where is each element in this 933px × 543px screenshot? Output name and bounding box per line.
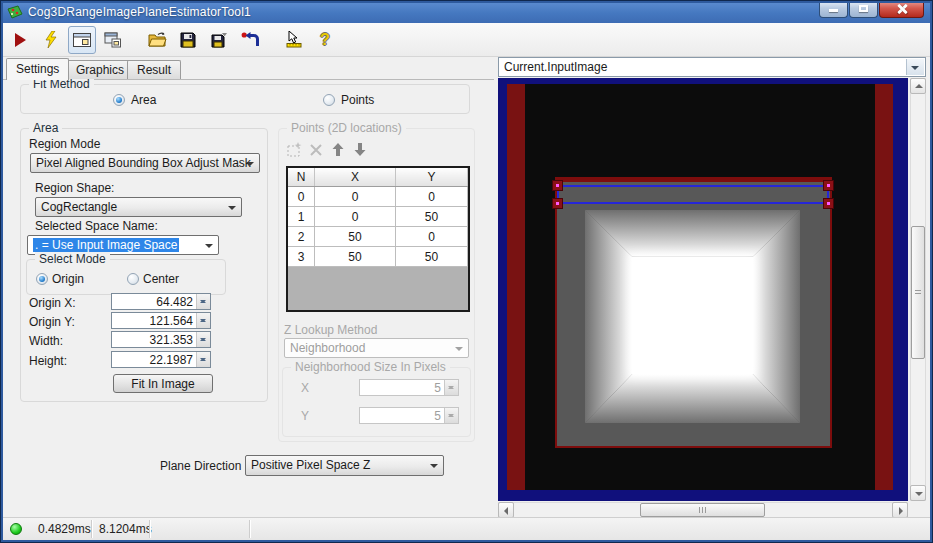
width-spinner[interactable]	[196, 332, 210, 347]
add-point-button[interactable]	[285, 141, 303, 159]
fit-method-points-radio[interactable]	[323, 94, 335, 106]
neighborhood-x-spinner[interactable]	[444, 380, 458, 395]
maximize-icon	[859, 5, 868, 12]
vertical-scrollbar[interactable]	[910, 78, 926, 501]
scroll-up-button[interactable]	[910, 78, 926, 94]
cell[interactable]: 2	[288, 227, 315, 247]
region-mode-label: Region Mode	[29, 137, 100, 151]
height-field[interactable]: 22.1987	[111, 351, 211, 368]
scroll-left-button[interactable]	[498, 502, 514, 518]
close-button[interactable]	[879, 1, 924, 18]
open-button[interactable]	[143, 26, 171, 54]
region-handle-bottom-right[interactable]	[823, 198, 834, 209]
vertical-scroll-thumb[interactable]	[911, 226, 925, 359]
tab-graphics[interactable]: Graphics	[66, 60, 134, 79]
image-frame	[498, 78, 908, 501]
cell[interactable]: 0	[396, 187, 468, 207]
image-display	[498, 78, 926, 518]
region-mode-combo[interactable]: Pixel Aligned Bounding Box Adjust Mask	[30, 153, 260, 173]
tab-result[interactable]: Result	[127, 60, 181, 79]
help-button[interactable]: ?	[311, 26, 339, 54]
origin-y-field[interactable]: 121.564	[111, 312, 211, 329]
tool-edit-window: Cog3DRangeImagePlaneEstimatorTool1	[0, 0, 933, 543]
area-group: Area Region Mode Pixel Aligned Bounding …	[20, 128, 268, 402]
delete-point-button[interactable]	[307, 141, 325, 159]
fit-in-image-button[interactable]: Fit In Image	[113, 374, 213, 393]
region-handle-bottom-left[interactable]	[552, 198, 563, 209]
float-window-button[interactable]	[99, 26, 127, 54]
thumb-grip	[699, 507, 707, 513]
cell[interactable]: 1	[288, 207, 315, 227]
col-y[interactable]: Y	[396, 168, 468, 187]
width-field[interactable]: 321.353	[111, 331, 211, 348]
neighborhood-y-value: 5	[360, 408, 444, 423]
origin-x-spinner[interactable]	[196, 294, 210, 309]
range-image[interactable]	[507, 84, 893, 490]
table-row[interactable]: 2 50 0	[288, 227, 468, 247]
tab-settings[interactable]: Settings	[6, 58, 69, 80]
save-button[interactable]	[174, 26, 202, 54]
move-down-button[interactable]	[351, 141, 369, 159]
fit-method-points-label[interactable]: Points	[341, 93, 374, 107]
col-n[interactable]: N	[288, 168, 315, 187]
select-mode-origin-label[interactable]: Origin	[52, 272, 84, 286]
points-group: Points (2D locations)	[278, 128, 475, 442]
origin-x-field[interactable]: 64.482	[111, 293, 211, 310]
region-handle-top-right[interactable]	[823, 180, 834, 191]
cell[interactable]: 0	[315, 187, 396, 207]
cell[interactable]: 50	[396, 207, 468, 227]
titlebar: Cog3DRangeImagePlaneEstimatorTool1	[1, 1, 932, 23]
points-table[interactable]: N X Y 0 0 0 1 0 50	[286, 166, 470, 312]
region-shape-combo[interactable]: CogRectangle	[35, 197, 242, 217]
status-separator	[249, 520, 250, 538]
show-electrode-button[interactable]	[68, 26, 96, 54]
arrow-down-icon	[353, 143, 367, 157]
minimize-button[interactable]	[819, 1, 848, 18]
cell[interactable]: 0	[288, 187, 315, 207]
cell[interactable]: 3	[288, 247, 315, 267]
col-x[interactable]: X	[315, 168, 396, 187]
z-lookup-label: Z Lookup Method	[284, 323, 377, 337]
cell[interactable]: 50	[396, 247, 468, 267]
region-overlay-rect[interactable]	[557, 185, 829, 204]
z-lookup-combo[interactable]: Neighborhood	[284, 338, 469, 358]
neighborhood-y-spinner[interactable]	[444, 408, 458, 423]
plane-direction-combo[interactable]: Positive Pixel Space Z	[245, 455, 444, 476]
select-mode-center-label[interactable]: Center	[143, 272, 179, 286]
cell[interactable]: 0	[315, 207, 396, 227]
neighborhood-y-label: Y	[301, 409, 309, 423]
neighborhood-y-field[interactable]: 5	[359, 407, 459, 424]
fit-method-area-label[interactable]: Area	[131, 93, 156, 107]
select-mode-origin-radio[interactable]	[36, 273, 48, 285]
display-source-combo[interactable]: Current.InputImage	[498, 57, 926, 77]
main-toolbar: ?	[3, 23, 930, 57]
scroll-down-button[interactable]	[910, 485, 926, 501]
save-as-button[interactable]	[205, 26, 233, 54]
horizontal-scrollbar[interactable]	[498, 502, 908, 518]
panel-splitter[interactable]	[494, 56, 497, 518]
cell[interactable]: 0	[396, 227, 468, 247]
maximize-button[interactable]	[849, 1, 878, 18]
select-mode-center-radio[interactable]	[127, 273, 139, 285]
horizontal-scroll-thumb[interactable]	[640, 503, 765, 517]
cell[interactable]: 50	[315, 247, 396, 267]
neighborhood-x-field[interactable]: 5	[359, 379, 459, 396]
run-button[interactable]	[6, 26, 34, 54]
scroll-right-button[interactable]	[892, 502, 908, 518]
combo-dropdown-icon[interactable]	[906, 59, 924, 75]
region-handle-top-left[interactable]	[552, 180, 563, 191]
status-bar: 0.4829ms 8.1204ms	[3, 517, 930, 540]
fit-method-area-radio[interactable]	[113, 94, 125, 106]
pointer-tool-button[interactable]	[280, 26, 308, 54]
cell[interactable]: 50	[315, 227, 396, 247]
thumb-grip	[915, 290, 921, 296]
reset-button[interactable]	[236, 26, 264, 54]
table-row[interactable]: 1 0 50	[288, 207, 468, 227]
live-run-button[interactable]	[37, 26, 65, 54]
table-row[interactable]: 0 0 0	[288, 187, 468, 207]
origin-y-spinner[interactable]	[196, 313, 210, 328]
height-spinner[interactable]	[196, 352, 210, 367]
table-row[interactable]: 3 50 50	[288, 247, 468, 267]
move-up-button[interactable]	[329, 141, 347, 159]
width-value: 321.353	[112, 332, 196, 347]
